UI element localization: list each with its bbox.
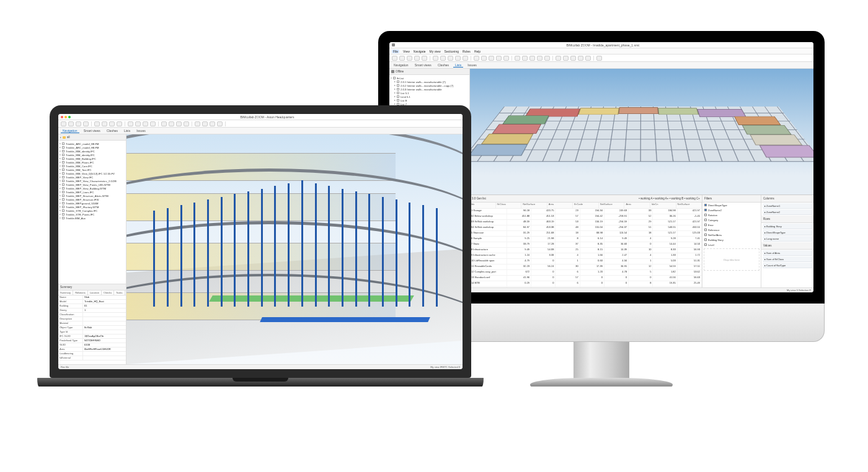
tab-clashes[interactable]: Clashes <box>436 63 451 67</box>
prop-row: Area0lwHFicHFloorU1MU0R <box>58 347 126 352</box>
filters-header[interactable]: Filters <box>702 195 761 203</box>
filter-checkbox[interactable]: ZoneName2 <box>702 208 761 212</box>
config-pill[interactable]: ▸ Sum of IfcClass <box>763 256 812 262</box>
config-pill[interactable]: ▸ Building Story <box>763 224 812 229</box>
status-right: My view 5 Selection F <box>787 289 811 292</box>
toolbar-button[interactable] <box>225 121 226 126</box>
prop-row: Description <box>58 317 126 321</box>
table-row[interactable]: 03 IfcSlab workshop48.59463.1953156.19-2… <box>470 220 702 225</box>
tree-label: all <box>67 136 70 139</box>
titlebar: BIMcollab ZOOM - Imatilde_apartment_phas… <box>389 42 813 48</box>
tree-item[interactable]: Trimble.BIM_Aux <box>60 216 125 220</box>
offline-icon <box>391 70 394 73</box>
menu-file[interactable]: File <box>392 50 399 53</box>
maximize-icon[interactable] <box>68 116 71 118</box>
tab-smart-views[interactable]: Smart views <box>82 129 102 133</box>
table-row[interactable]: 11 ReusableCords32.2356.243017.3934.9512… <box>470 264 702 270</box>
rows-header[interactable]: Rows <box>761 216 813 223</box>
data-table[interactable]: 3.0 Gen list • working A • working A+ • … <box>470 195 702 287</box>
config-pill[interactable]: ▸ ZoneName1 <box>763 203 812 209</box>
tab-issues[interactable]: Issues <box>135 129 147 133</box>
menu-navigate[interactable]: Navigate <box>414 50 426 53</box>
column-header[interactable]: IdxCn <box>650 203 676 208</box>
column-header[interactable]: IfcCode <box>573 203 599 208</box>
column-header[interactable]: NetSurface <box>676 203 702 208</box>
tree-header[interactable]: all <box>58 134 126 141</box>
filter-checkbox[interactable]: Level <box>702 242 761 247</box>
config-pill[interactable]: ▸ Long name <box>763 236 812 242</box>
tab-issues[interactable]: Issues <box>466 63 478 67</box>
model-tree[interactable]: Trimble_ARC_model_H8.FMTrimble_ARC_model… <box>58 141 126 284</box>
column-header[interactable]: NetSurface <box>521 203 547 208</box>
prop-tab[interactable]: Location <box>88 291 102 295</box>
table-row[interactable]: 7 Static33.7917.28378.3534.60014.4414.50 <box>470 242 702 248</box>
table-row[interactable]: 04 IfcSlab workshop84.97453.3848155.04-2… <box>470 225 702 231</box>
tab-navigation[interactable]: Navigation <box>61 129 79 133</box>
column-header[interactable]: NetSurface <box>599 203 625 208</box>
table-row[interactable]: 02 Below workshop451.88451.5357194.42-29… <box>470 214 702 220</box>
values-header[interactable]: Values <box>761 242 813 250</box>
prop-row: IsExternal <box>58 356 126 361</box>
column-header[interactable]: Area <box>624 203 650 208</box>
table-header[interactable]: 3.0 Gen list • working A • working A+ • … <box>470 195 702 203</box>
status-right: My view IFMTC Selected 0 <box>430 365 460 369</box>
table-row[interactable]: 1 Garage96.18420.7523194.34249.6333184.9… <box>470 209 702 214</box>
filter-checkbox[interactable]: NetSurfArea <box>702 232 761 237</box>
config-pill[interactable]: ▸ Sum of Area <box>763 250 812 256</box>
prop-tab[interactable]: Checks <box>102 291 114 295</box>
table-row[interactable]: 5 Staircase31.29251.681868.98124.5418521… <box>470 231 702 237</box>
table-row[interactable]: 10 LibReusable span4.79010.604.3415.0351… <box>470 259 702 264</box>
columns-header[interactable]: Columns <box>761 195 813 203</box>
drop-zone[interactable]: Drop tiles here <box>704 248 760 271</box>
table-row[interactable]: 14 MTB0.290600819.3525.49 <box>470 281 702 287</box>
tab-lists[interactable]: Lists <box>122 129 132 133</box>
table-row[interactable]: 6 Sample9.2521.9886.149.4949.287.41 <box>470 237 702 242</box>
table-row[interactable]: 8 Infrastructure9.4954.08258.1514.39108.… <box>470 248 702 253</box>
prop-row: Building01 <box>58 304 126 308</box>
props-tabs[interactable]: SummaryRelationsLocationChecksTasks <box>58 291 126 295</box>
config-pill[interactable]: ▸ ZoneName2 <box>763 209 812 215</box>
menu-sectioning[interactable]: Sectioning <box>445 50 459 53</box>
table-row[interactable]: 12 Complex.assy_part672061.204.7851.8253… <box>470 270 702 276</box>
toolbar <box>58 120 463 128</box>
prop-tab[interactable]: Summary <box>58 291 73 295</box>
status-left: Rev file <box>61 365 69 369</box>
prop-tab[interactable]: Tasks <box>114 291 125 295</box>
viewport-3d[interactable] <box>126 134 463 364</box>
prop-row: IFC GUID1$OanAp23IioOb <box>58 334 126 339</box>
window-controls[interactable] <box>61 116 71 118</box>
tab-smart-views[interactable]: Smart views <box>413 63 433 67</box>
menu-help[interactable]: Help <box>474 50 480 53</box>
tab-clashes[interactable]: Clashes <box>105 129 120 133</box>
config-pill[interactable]: ▸ DirectShapeType <box>763 230 812 235</box>
close-icon[interactable] <box>61 116 63 118</box>
expand-icon[interactable] <box>60 137 61 138</box>
prop-tab[interactable]: Relations <box>73 291 88 295</box>
tab-lists[interactable]: Lists <box>453 63 463 68</box>
props-title: Summary <box>58 284 126 291</box>
panel-header[interactable]: Offline <box>389 69 469 75</box>
laptop-mockup: BIMcollab ZOOM - Aston Headquarters Navi… <box>37 105 484 421</box>
table-row[interactable]: 9 Infrastructure cache1.243.3341.662.474… <box>470 253 702 259</box>
tree-item[interactable]: Trimble_MEP_View_Characteristics_2.0.DB <box>60 179 125 183</box>
filter-checkbox[interactable]: DirectShapeType <box>702 203 761 208</box>
filter-checkbox[interactable]: Building Story <box>702 237 761 242</box>
menu-my view[interactable]: My view <box>430 50 441 53</box>
viewport-3d[interactable] <box>470 69 813 194</box>
prop-row: Material <box>58 321 126 326</box>
sidebar: all Trimble_ARC_model_H8.FMTrimble_ARC_m… <box>58 134 126 364</box>
config-pill[interactable]: ▸ Count of NatType <box>763 263 812 268</box>
filter-checkbox[interactable]: Category <box>702 217 761 222</box>
column-header[interactable]: Area <box>547 203 574 208</box>
column-headers[interactable]: IdxIfcClassNetSurfaceAreaIfcCodeNetSurfa… <box>470 203 702 209</box>
tab-navigation[interactable]: Navigation <box>392 63 410 67</box>
imac-foot <box>530 378 673 387</box>
table-row[interactable]: 13 Standard.conf41.9605700041.5656.63 <box>470 276 702 281</box>
menu-view[interactable]: View <box>403 50 410 53</box>
menu-rules[interactable]: Rules <box>463 50 471 53</box>
column-header[interactable]: IfcClass <box>496 203 522 208</box>
minimize-icon[interactable] <box>64 116 67 118</box>
filter-checkbox[interactable]: Reference <box>702 227 761 232</box>
filter-checkbox[interactable]: Error <box>702 222 761 227</box>
filter-checkbox[interactable]: Rotation <box>702 212 761 217</box>
